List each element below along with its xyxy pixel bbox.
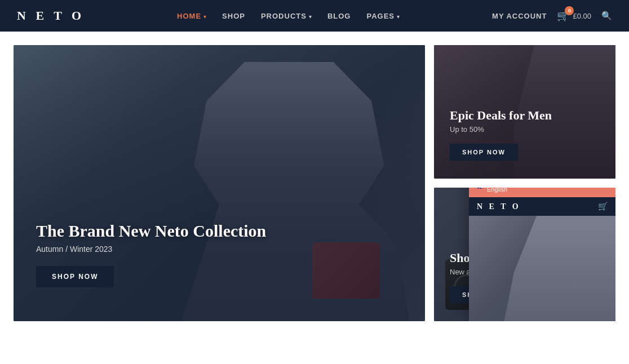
navbar: N E T O HOME ▾ SHOP PRODUCTS ▾ BLOG PAGE… — [0, 0, 629, 32]
overlay-window: 🇬🇧 Free shipping for orders over $100 En… — [469, 188, 615, 321]
nav-link-shop[interactable]: SHOP — [222, 12, 245, 20]
panel-men-title: Epic Deals for Men — [450, 108, 552, 123]
hero-content: The Brand New Neto Collection Autumn / W… — [36, 221, 266, 287]
nav-link-products[interactable]: PRODUCTS — [261, 12, 307, 20]
hero-subtitle: Autumn / Winter 2023 — [36, 245, 266, 254]
panel-men-shop-button[interactable]: SHOP NOW — [450, 144, 518, 161]
nav-right: MY ACCOUNT 🛒 0 £0.00 🔍 — [492, 10, 612, 22]
chevron-down-icon: ▾ — [309, 14, 312, 20]
overlay-hero-image — [469, 216, 615, 321]
nav-item-home[interactable]: HOME ▾ — [177, 11, 206, 21]
panel-men: Epic Deals for Men Up to 50% SHOP NOW — [434, 45, 615, 179]
panel-men-subtitle: Up to 50% — [450, 125, 552, 134]
overlay-logo: N E T O — [477, 202, 521, 211]
nav-item-pages[interactable]: PAGES ▾ — [366, 11, 400, 21]
main-content: The Brand New Neto Collection Autumn / W… — [0, 45, 629, 335]
site-logo[interactable]: N E T O — [17, 8, 85, 23]
hero-banner: The Brand New Neto Collection Autumn / W… — [14, 45, 425, 321]
nav-link-blog[interactable]: BLOG — [327, 12, 351, 20]
nav-item-shop[interactable]: SHOP — [222, 11, 245, 21]
panel-accessories: Shop ac... New arrivals SHOP NOW 🇬🇧 Free… — [434, 188, 615, 321]
nav-link-home[interactable]: HOME — [177, 12, 201, 20]
overlay-cart-icon: 🛒 — [598, 202, 608, 211]
nav-item-products[interactable]: PRODUCTS ▾ — [261, 11, 312, 21]
nav-item-blog[interactable]: BLOG — [327, 11, 351, 21]
spacer — [0, 32, 629, 45]
cart-price: £0.00 — [573, 12, 591, 20]
cart-area[interactable]: 🛒 0 £0.00 — [557, 10, 591, 22]
my-account-link[interactable]: MY ACCOUNT — [492, 12, 547, 20]
overlay-free-shipping-bar: 🇬🇧 Free shipping for orders over $100 En… — [469, 188, 615, 197]
panel-men-content: Epic Deals for Men Up to 50% SHOP NOW — [450, 108, 552, 161]
flag-icon: 🇬🇧 — [476, 188, 484, 190]
search-icon[interactable]: 🔍 — [601, 11, 612, 21]
overlay-bar-text: Free shipping for orders over $100 Engli… — [487, 188, 609, 193]
chevron-down-icon: ▾ — [397, 14, 400, 20]
hero-title: The Brand New Neto Collection — [36, 221, 266, 241]
nav-link-pages[interactable]: PAGES — [366, 12, 395, 20]
overlay-navbar: N E T O 🛒 — [469, 197, 615, 216]
nav-menu: HOME ▾ SHOP PRODUCTS ▾ BLOG PAGES ▾ — [177, 11, 400, 21]
cart-icon-wrap[interactable]: 🛒 0 — [557, 10, 569, 22]
chevron-down-icon: ▾ — [203, 14, 206, 20]
hero-shop-now-button[interactable]: SHOP NOW — [36, 266, 114, 287]
